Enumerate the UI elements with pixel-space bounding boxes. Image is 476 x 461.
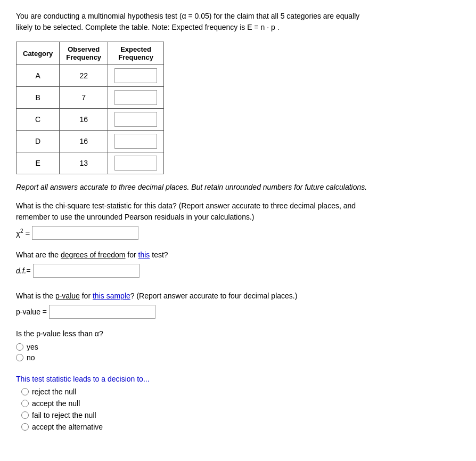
table-row: D16 [17,131,164,152]
q4-radio-yes[interactable] [16,343,23,351]
q5-option-reject[interactable]: reject the null [21,387,460,396]
expected-cell [108,65,164,87]
q3-block: What is the p-value for this sample? (Re… [16,290,460,319]
chi-label: χ2 = [16,228,30,238]
q2-text: What are the degrees of freedom for this… [16,249,460,261]
q5-reject-label: reject the null [32,387,76,396]
observed-cell: 7 [60,87,108,109]
expected-input-b[interactable] [114,90,157,105]
q5-option-alternative[interactable]: accept the alternative [21,423,460,431]
pval-label: p-value = [16,308,47,316]
q5-accept-label: accept the null [32,399,80,408]
col-header-observed: ObservedFrequency [60,42,108,65]
table-row: E13 [17,152,164,174]
df-row: d.f.= [16,264,460,278]
q5-radio-reject[interactable] [21,388,29,395]
category-cell: E [17,152,60,174]
observed-cell: 16 [60,131,108,152]
expected-cell [108,87,164,109]
expected-input-d[interactable] [114,134,157,149]
q5-radio-accept[interactable] [21,400,29,407]
q5-block: This test statistic leads to a decision … [16,375,460,431]
q5-option-fail[interactable]: fail to reject the null [21,411,460,419]
q4-no-label: no [27,353,35,362]
chi-square-input[interactable] [32,226,138,240]
expected-input-c[interactable] [114,112,157,127]
q5-alternative-label: accept the alternative [32,423,103,431]
expected-cell [108,109,164,131]
col-header-expected: ExpectedFrequency [108,42,164,65]
intro-line1: You are conducting a multinomial hypothe… [16,12,359,20]
q1-block: What is the chi-square test-statistic fo… [16,200,460,240]
expected-cell [108,152,164,174]
category-cell: A [17,65,60,87]
q4-options: yes no [16,343,460,362]
q5-fail-label: fail to reject the null [32,411,96,419]
intro-paragraph: You are conducting a multinomial hypothe… [16,11,460,33]
expected-cell [108,131,164,152]
table-row: A22 [17,65,164,87]
q4-block: Is the p-value less than α? yes no [16,328,460,362]
category-cell: B [17,87,60,109]
expected-input-a[interactable] [114,68,157,83]
q5-options: reject the null accept the null fail to … [21,387,460,431]
pval-input[interactable] [49,305,155,319]
observed-cell: 22 [60,65,108,87]
q4-option-no[interactable]: no [16,353,460,362]
observed-cell: 13 [60,152,108,174]
q4-yes-label: yes [27,343,38,351]
q5-radio-alternative[interactable] [21,423,29,431]
table-row: C16 [17,109,164,131]
q3-text: What is the p-value for this sample? (Re… [16,290,460,302]
category-cell: C [17,109,60,131]
expected-input-e[interactable] [114,156,157,171]
report-note: Report all answers accurate to three dec… [16,182,460,193]
q5-text: This test statistic leads to a decision … [16,375,460,383]
q1-text: What is the chi-square test-statistic fo… [16,200,460,223]
q5-radio-fail[interactable] [21,411,29,419]
q4-option-yes[interactable]: yes [16,343,460,351]
q4-text: Is the p-value less than α? [16,328,460,339]
frequency-table: Category ObservedFrequency ExpectedFrequ… [16,42,164,174]
q4-radio-no[interactable] [16,354,23,361]
chi-square-row: χ2 = [16,226,460,240]
col-header-category: Category [17,42,60,65]
intro-line2: likely to be selected. Complete the tabl… [16,23,280,31]
df-label: d.f.= [16,266,31,275]
q5-option-accept[interactable]: accept the null [21,399,460,408]
q2-block: What are the degrees of freedom for this… [16,249,460,278]
df-input[interactable] [33,264,139,278]
category-cell: D [17,131,60,152]
table-row: B7 [17,87,164,109]
observed-cell: 16 [60,109,108,131]
pval-row: p-value = [16,305,460,319]
